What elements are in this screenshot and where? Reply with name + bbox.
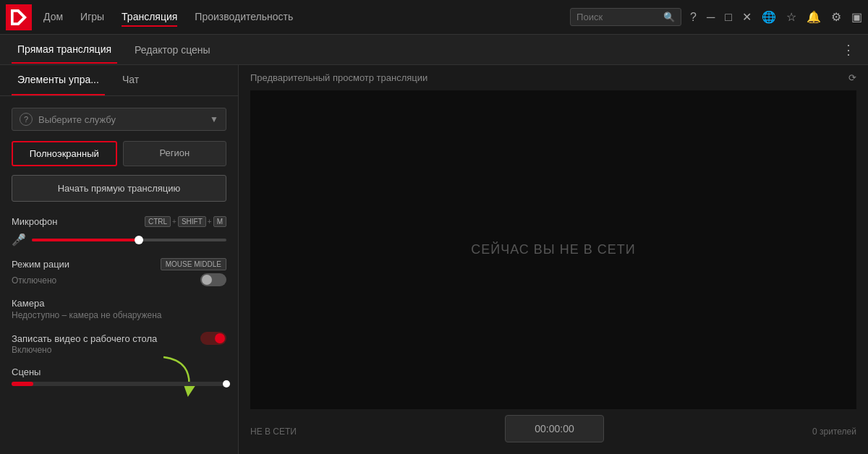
- scenes-title: Сцены: [12, 367, 226, 377]
- m-key: M: [213, 216, 226, 227]
- walkie-toggle-thumb: [202, 275, 212, 285]
- scenes-section: Сцены: [12, 367, 226, 386]
- microphone-header: Микрофон CTRL + SHIFT + M: [12, 216, 226, 227]
- ctrl-key: CTRL: [145, 216, 171, 227]
- left-content: ? Выберите службу ▼ Полноэкранный Регион…: [0, 96, 238, 454]
- star-icon[interactable]: ☆: [786, 10, 796, 24]
- record-desktop-status: Включено: [12, 345, 226, 355]
- search-icon: 🔍: [663, 12, 675, 22]
- scenes-slider[interactable]: [12, 382, 226, 386]
- help-circle-icon: ?: [20, 113, 33, 126]
- offline-text: СЕЙЧАС ВЫ НЕ В СЕТИ: [471, 242, 635, 257]
- main-content: Элементы упра... Чат ? Выберите службу ▼…: [0, 65, 868, 454]
- right-panel: Предварительный просмотр трансляции ⟳ СЕ…: [239, 65, 868, 454]
- tab-scene-editor[interactable]: Редактор сцены: [129, 37, 216, 63]
- preview-footer: НЕ В СЕТИ 00:00:00 0 зрителей: [239, 409, 868, 454]
- minimize-icon[interactable]: ─: [707, 11, 715, 24]
- maximize-icon[interactable]: □: [725, 11, 732, 24]
- walkie-mode-title: Режим рации: [12, 259, 69, 270]
- scenes-thumb[interactable]: [223, 380, 230, 387]
- start-broadcast-button[interactable]: Начать прямую трансляцию: [12, 175, 226, 202]
- preview-area: СЕЙЧАС ВЫ НЕ В СЕТИ: [250, 90, 856, 409]
- microphone-slider-thumb[interactable]: [135, 236, 143, 244]
- fullscreen-button[interactable]: Полноэкранный: [12, 141, 117, 166]
- stream-status: НЕ В СЕТИ: [250, 427, 297, 437]
- viewers-count: 0 зрителей: [812, 427, 856, 437]
- left-tabs: Элементы упра... Чат: [0, 65, 238, 96]
- walkie-mode-status: Отключено: [12, 275, 56, 286]
- microphone-slider[interactable]: [32, 239, 226, 241]
- microphone-icon: 🎤: [12, 233, 26, 247]
- nav-performance[interactable]: Производительность: [195, 8, 293, 27]
- preview-settings-icon[interactable]: ⟳: [848, 72, 856, 83]
- record-toggle-thumb: [215, 333, 225, 343]
- preview-title: Предварительный просмотр трансляции: [250, 72, 427, 83]
- more-options-icon[interactable]: ⋮: [842, 42, 856, 58]
- globe-icon[interactable]: 🌐: [762, 10, 776, 24]
- nav-games[interactable]: Игры: [80, 8, 104, 27]
- scenes-fill: [12, 382, 33, 386]
- plus-2: +: [208, 218, 212, 226]
- mouse-middle-badge: MOUSE MIDDLE: [161, 258, 226, 270]
- amd-logo: [6, 4, 32, 30]
- microphone-slider-fill: [32, 239, 139, 241]
- walkie-mode-toggle[interactable]: [200, 273, 226, 286]
- topbar-icons: ? ─ □ ✕ 🌐 ☆ 🔔 ⚙ ▣: [690, 10, 862, 24]
- topbar: Дом Игры Трансляция Производительность 🔍…: [0, 0, 868, 35]
- camera-title: Камера: [12, 298, 226, 309]
- record-desktop-row: Записать видео с рабочего стола: [12, 332, 226, 345]
- timer-button[interactable]: 00:00:00: [505, 415, 604, 442]
- region-button[interactable]: Регион: [123, 141, 227, 166]
- record-desktop-title: Записать видео с рабочего стола: [12, 333, 157, 344]
- close-icon[interactable]: ✕: [742, 10, 752, 24]
- microphone-title: Микрофон: [12, 216, 57, 227]
- record-desktop-section: Записать видео с рабочего стола Включено: [12, 332, 226, 355]
- left-panel: Элементы упра... Чат ? Выберите службу ▼…: [0, 65, 239, 454]
- nav-home[interactable]: Дом: [43, 8, 63, 27]
- microphone-slider-row: 🎤: [12, 233, 226, 247]
- service-placeholder: Выберите службу: [38, 114, 210, 125]
- walkie-mode-row: Режим рации MOUSE MIDDLE: [12, 258, 226, 270]
- tab-control-elements[interactable]: Элементы упра...: [12, 65, 105, 95]
- camera-status: Недоступно – камера не обнаружена: [12, 310, 226, 320]
- bell-icon[interactable]: 🔔: [807, 10, 821, 24]
- microphone-hotkey: CTRL + SHIFT + M: [145, 216, 226, 227]
- search-box[interactable]: 🔍: [570, 8, 681, 26]
- chevron-down-icon: ▼: [210, 114, 218, 124]
- help-icon[interactable]: ?: [690, 11, 697, 24]
- plus-1: +: [172, 218, 176, 226]
- walkie-mode-section: Режим рации MOUSE MIDDLE Отключено: [12, 258, 226, 286]
- record-desktop-toggle[interactable]: [200, 332, 226, 345]
- subtitlebar: Прямая трансляция Редактор сцены ⋮: [0, 35, 868, 65]
- preview-header: Предварительный просмотр трансляции ⟳: [239, 65, 868, 90]
- nav-items: Дом Игры Трансляция Производительность: [43, 8, 570, 27]
- monitor-icon[interactable]: ▣: [851, 10, 862, 24]
- service-dropdown[interactable]: ? Выберите службу ▼: [12, 108, 226, 131]
- camera-section: Камера Недоступно – камера не обнаружена: [12, 298, 226, 320]
- mode-buttons: Полноэкранный Регион: [12, 141, 226, 166]
- tab-live-broadcast[interactable]: Прямая трансляция: [12, 36, 117, 64]
- nav-broadcast[interactable]: Трансляция: [122, 8, 177, 27]
- shift-key: SHIFT: [178, 216, 206, 227]
- gear-icon[interactable]: ⚙: [831, 10, 841, 24]
- tab-chat[interactable]: Чат: [116, 65, 145, 95]
- search-input[interactable]: [576, 12, 663, 22]
- microphone-section: Микрофон CTRL + SHIFT + M 🎤: [12, 216, 226, 247]
